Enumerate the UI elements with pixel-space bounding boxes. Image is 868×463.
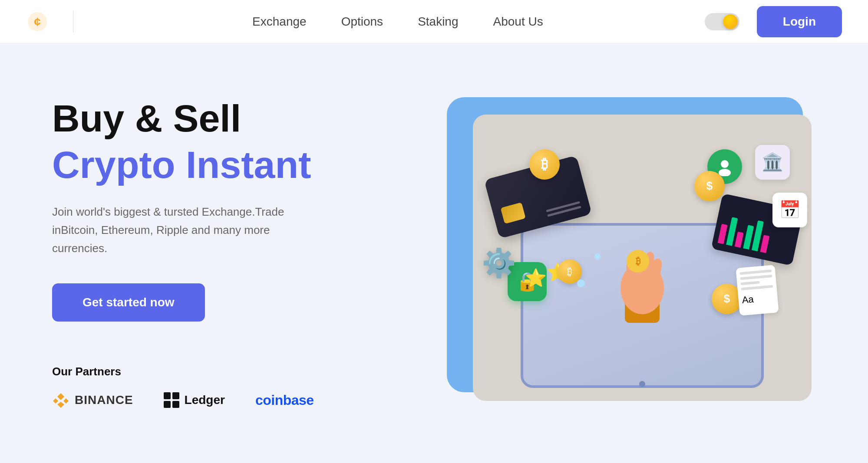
doc-line-1: [739, 269, 772, 274]
nav-exchange[interactable]: Exchange: [252, 15, 307, 29]
doc-line-4: [741, 285, 773, 290]
svg-text:₿: ₿: [636, 256, 640, 266]
doc-line-2: [740, 274, 772, 279]
hero-description: Join world's biggest & tursted Exchange.…: [52, 203, 304, 257]
svg-point-12: [719, 169, 731, 176]
svg-marker-2: [57, 393, 64, 400]
partner-coinbase[interactable]: coinbase: [255, 392, 314, 408]
nav-staking[interactable]: Staking: [418, 15, 458, 29]
theme-toggle[interactable]: [705, 13, 739, 30]
svg-point-11: [721, 160, 729, 168]
nav-about[interactable]: About Us: [493, 15, 543, 29]
hero-title-line1: Buy & Sell: [52, 98, 356, 140]
logo-divider: [73, 11, 73, 33]
partners-logos: BINANCE Ledger coinbase: [52, 391, 356, 409]
binance-icon: [52, 391, 69, 409]
partners-section: Our Partners BINANCE: [52, 365, 356, 409]
logo-area: ¢: [26, 10, 91, 33]
hand-illustration: ₿: [599, 193, 686, 323]
login-button[interactable]: Login: [757, 6, 842, 37]
bank-icon: 🏛️: [755, 145, 790, 180]
binance-label: BINANCE: [75, 393, 133, 407]
hero-content: Buy & Sell Crypto Instant Join world's b…: [52, 98, 356, 409]
partners-title: Our Partners: [52, 365, 356, 378]
chart-bar-3: [735, 231, 744, 247]
svg-text:¢: ¢: [34, 15, 41, 28]
chart-bar-6: [760, 235, 769, 253]
svg-marker-3: [53, 398, 58, 404]
header: ¢ Exchange Options Staking About Us Logi…: [0, 0, 868, 43]
doc-line-3: [740, 281, 760, 285]
sparkle-dot-1: [577, 279, 585, 287]
card-number-lines: [546, 201, 581, 217]
gear-icon: ⚙️: [482, 247, 516, 279]
get-started-button[interactable]: Get started now: [52, 283, 205, 322]
chart-bar-1: [718, 223, 728, 244]
hero-section: Buy & Sell Crypto Instant Join world's b…: [0, 43, 868, 463]
ledger-icon: [164, 392, 179, 408]
bitcoin-coin-1: ₿: [529, 149, 560, 180]
dollar-coin-1: $: [694, 171, 725, 201]
svg-marker-4: [63, 398, 69, 404]
main-nav: Exchange Options Staking About Us: [91, 15, 705, 29]
main-illustration-box: ₿ 🔒: [473, 115, 812, 401]
svg-marker-5: [57, 402, 64, 408]
hero-illustration: ₿ 🔒: [356, 80, 816, 427]
star-icon-2: ⭐: [525, 268, 547, 288]
partner-binance[interactable]: BINANCE: [52, 391, 133, 409]
document-icon: Aа: [736, 265, 779, 315]
partner-ledger[interactable]: Ledger: [164, 392, 225, 408]
sparkle-dot-2: [594, 253, 601, 259]
calendar-icon: 📅: [772, 193, 807, 227]
doc-text-icon: Aа: [742, 292, 775, 305]
logo-icon[interactable]: ¢: [26, 10, 49, 33]
hand-svg: ₿: [599, 193, 686, 323]
header-right: Login: [705, 6, 842, 37]
hero-title-line2: Crypto Instant: [52, 144, 356, 186]
toggle-knob: [723, 14, 738, 29]
coinbase-label: coinbase: [255, 392, 314, 408]
ledger-label: Ledger: [185, 393, 225, 407]
nav-options[interactable]: Options: [341, 15, 383, 29]
